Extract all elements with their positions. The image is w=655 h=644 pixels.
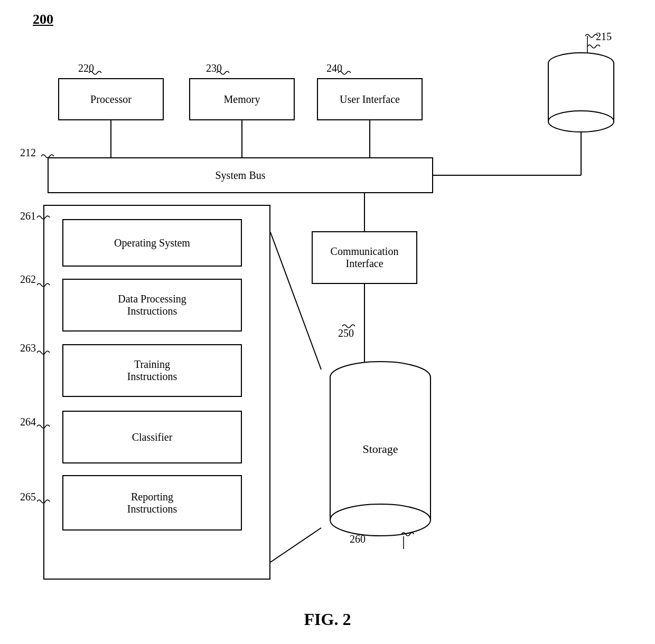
system-bus-box: System Bus xyxy=(48,157,433,193)
ref-220: 220 xyxy=(78,62,94,74)
user-interface-box: User Interface xyxy=(317,78,423,120)
user-interface-label: User Interface xyxy=(340,93,400,106)
system-bus-label: System Bus xyxy=(215,169,265,182)
processor-box: Processor xyxy=(58,78,164,120)
reporting-instructions-label: Reporting Instructions xyxy=(127,491,177,515)
operating-system-box: Operating System xyxy=(62,219,242,267)
ref-230: 230 xyxy=(206,62,222,74)
ref-261: 261 xyxy=(20,210,36,222)
svg-line-8 xyxy=(270,528,321,562)
data-processing-label: Data Processing Instructions xyxy=(118,293,186,317)
classifier-label: Classifier xyxy=(132,431,173,443)
data-processing-box: Data Processing Instructions xyxy=(62,279,242,332)
ref-240: 240 xyxy=(326,62,342,74)
svg-point-15 xyxy=(330,362,431,393)
svg-point-9 xyxy=(548,53,614,74)
ref-212: 212 xyxy=(20,147,36,159)
operating-system-label: Operating System xyxy=(114,237,190,249)
training-instructions-label: Training Instructions xyxy=(127,358,177,383)
training-instructions-box: Training Instructions xyxy=(62,344,242,397)
comm-interface-label: Communication Interface xyxy=(331,245,399,270)
svg-point-19 xyxy=(330,504,431,536)
ref-260: 260 xyxy=(350,533,366,545)
diagram: 200 220 230 240 215 212 261 262 263 264 … xyxy=(0,0,655,644)
ref-262: 262 xyxy=(20,273,36,286)
reporting-instructions-box: Reporting Instructions xyxy=(62,475,242,531)
ref-215: 215 xyxy=(596,31,612,43)
memory-label: Memory xyxy=(224,93,260,106)
svg-rect-10 xyxy=(548,63,614,121)
svg-point-13 xyxy=(548,111,614,132)
svg-rect-16 xyxy=(330,377,431,520)
comm-interface-box: Communication Interface xyxy=(312,231,417,284)
diagram-label: 200 xyxy=(33,12,53,27)
processor-label: Processor xyxy=(90,93,132,106)
memory-box: Memory xyxy=(189,78,295,120)
ref-263: 263 xyxy=(20,342,36,354)
svg-text:Storage: Storage xyxy=(362,442,398,456)
ref-264: 264 xyxy=(20,416,36,428)
ref-265: 265 xyxy=(20,491,36,503)
ref-250: 250 xyxy=(338,327,354,339)
classifier-box: Classifier xyxy=(62,411,242,463)
fig-caption: FIG. 2 xyxy=(304,610,351,629)
